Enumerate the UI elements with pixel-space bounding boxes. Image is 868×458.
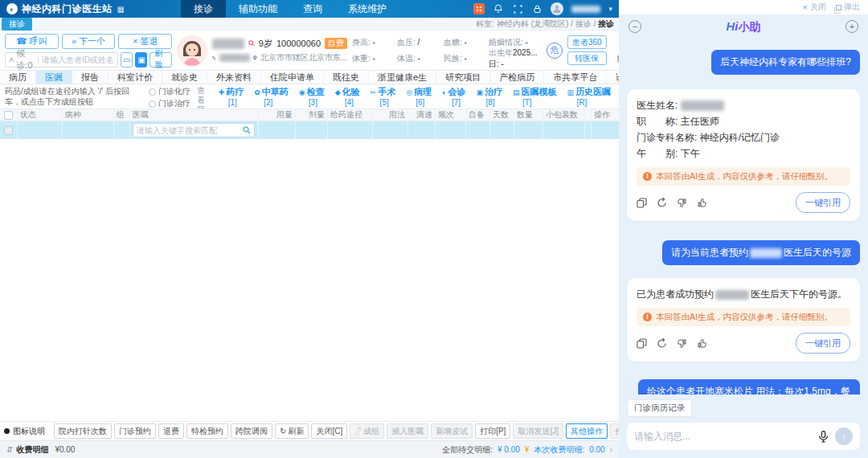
herb-icon: ✿ xyxy=(254,88,260,96)
panel-popout-button[interactable]: 弹出 xyxy=(836,2,860,13)
current-fee-label: 本次收费明细: xyxy=(534,444,584,456)
signout-button[interactable]: ×签退 xyxy=(118,34,172,49)
col-quantity: 数量 xyxy=(514,109,543,121)
tab-visit-history[interactable]: 就诊史 xyxy=(162,71,207,84)
face-scan-button[interactable]: 刷脸 xyxy=(149,52,172,67)
app-title: 神经内科门诊医生站 xyxy=(22,2,113,16)
select-all-checkbox[interactable] xyxy=(4,111,13,120)
group-button[interactable]: 成组 xyxy=(350,423,384,439)
tab-external-data[interactable]: 外来资料 xyxy=(207,71,261,84)
refund-button[interactable]: 退费 xyxy=(158,423,184,439)
order-type-template[interactable]: ▤医嘱模板[T] xyxy=(513,86,557,107)
order-type-consult[interactable]: ◐会诊[7] xyxy=(442,86,465,107)
ai-disclaimer: !本回答由AI生成，内容仅供参考，请仔细甄别。 xyxy=(637,308,850,326)
list-view-icon[interactable]: ▣ xyxy=(135,52,147,67)
next-patient-button[interactable]: »下一个 xyxy=(62,34,116,49)
to-insurance-button[interactable]: 转医保 xyxy=(567,51,607,65)
clinic-record-chip[interactable]: 门诊病历记录 xyxy=(627,399,692,417)
order-type-herbal[interactable]: ✿中草药[2] xyxy=(254,86,289,107)
order-type-pathology[interactable]: ◎病理[6] xyxy=(406,86,432,107)
vital-temp: 体温: - xyxy=(397,53,439,64)
order-type-medication[interactable]: ✚药疗[1] xyxy=(219,86,244,107)
search-icon[interactable] xyxy=(243,126,251,134)
send-button[interactable]: ↑ xyxy=(835,427,853,445)
panel-close-button[interactable]: ×关闭 xyxy=(803,2,826,13)
order-search-input[interactable] xyxy=(137,126,240,135)
patient-address: 北京市市辖区北京市东... xyxy=(260,52,347,63)
search-icon[interactable] xyxy=(248,39,255,47)
copy-icon[interactable] xyxy=(637,198,647,208)
user-avatar[interactable] xyxy=(551,2,563,15)
cancel-send-button[interactable]: 取消发送[J] xyxy=(513,423,563,439)
patient-search-input[interactable] xyxy=(42,55,114,64)
order-type-lab[interactable]: ◆化验[4] xyxy=(335,86,360,107)
link-icon xyxy=(354,427,362,435)
expand-icon[interactable]: + xyxy=(845,20,858,33)
card-view-icon[interactable]: ▭ xyxy=(121,52,133,67)
copy-icon[interactable] xyxy=(637,338,647,349)
menu-item-maintenance[interactable]: 系统维护 xyxy=(335,0,399,18)
chevron-right-icon[interactable]: › xyxy=(610,445,612,454)
bell-icon[interactable] xyxy=(493,3,504,14)
menu-item-reception[interactable]: 接诊 xyxy=(181,0,226,18)
tab-dept-pricing[interactable]: 科室计价 xyxy=(108,71,162,84)
thumb-up-icon[interactable] xyxy=(697,198,707,208)
refresh-icon: ↻ xyxy=(280,427,286,436)
regenerate-icon[interactable] xyxy=(657,198,667,208)
radio-outpatient-treat[interactable]: 门诊治疗 xyxy=(149,98,190,109)
lock-icon[interactable] xyxy=(531,3,542,14)
menu-item-aux[interactable]: 辅助功能 xyxy=(226,0,290,18)
order-type-exam[interactable]: ◉检查[3] xyxy=(299,86,325,107)
fullscreen-icon[interactable] xyxy=(512,3,523,14)
subtab-reception[interactable]: 接诊 xyxy=(2,18,32,31)
tab-orders[interactable]: 医嘱 xyxy=(36,71,72,84)
doctor-name-redacted xyxy=(715,290,749,300)
thumb-down-icon[interactable] xyxy=(677,198,687,208)
clinic-appointment-button[interactable]: 门诊预约 xyxy=(114,423,156,439)
tab-prenatal[interactable]: 产检病历 xyxy=(490,71,544,84)
tab-city-platform[interactable]: 市共享平台 xyxy=(544,71,607,84)
thumb-up-icon[interactable] xyxy=(697,338,707,349)
close-button[interactable]: 关闭[C] xyxy=(311,423,347,439)
skin-test-button[interactable]: 新增皮试 xyxy=(431,423,473,439)
order-type-history[interactable]: ▥历史医嘱[R] xyxy=(567,86,611,107)
tab-medical-record[interactable]: 病历 xyxy=(0,71,36,84)
tab-admission-request[interactable]: 住院申请单 xyxy=(261,71,324,84)
tab-past-history[interactable]: 既往史 xyxy=(324,71,369,84)
special-exam-button[interactable]: 特检预约 xyxy=(186,423,228,439)
quote-button[interactable]: 一键引用 xyxy=(796,192,850,213)
regenerate-icon[interactable] xyxy=(657,338,667,349)
consult-icon: ◐ xyxy=(442,88,446,96)
expand-fee-icon[interactable]: ⇵ xyxy=(6,445,13,454)
tab-zheli-health[interactable]: 浙里健康e生 xyxy=(369,71,436,84)
vital-bp: 血压: / xyxy=(397,37,439,48)
patient360-button[interactable]: 患者360 xyxy=(567,35,607,49)
row-checkbox[interactable] xyxy=(4,126,13,135)
doctor-name-line: 医生姓名: xyxy=(637,97,850,113)
call-button[interactable]: ☎呼叫 xyxy=(5,34,59,49)
refresh-button[interactable]: ↻刷新 xyxy=(275,423,309,439)
app-grid-icon[interactable] xyxy=(473,3,485,14)
quote-button[interactable]: 一键引用 xyxy=(796,333,850,354)
fee-detail-label[interactable]: 收费明细 xyxy=(16,444,48,456)
radio-outpatient-chemo[interactable]: 门诊化疗 xyxy=(149,86,190,97)
other-actions-button[interactable]: 其他操作 xyxy=(566,423,608,439)
app-logo-icon: ◐ xyxy=(6,3,18,14)
menu-item-query[interactable]: 查询 xyxy=(290,0,335,18)
close-icon: × xyxy=(803,2,808,12)
message-input[interactable] xyxy=(634,431,812,442)
tab-research[interactable]: 研究项目 xyxy=(436,71,490,84)
order-type-therapy[interactable]: ▣治疗[8] xyxy=(476,86,502,107)
chevron-down-icon[interactable]: ▾ xyxy=(608,5,612,13)
order-type-surgery[interactable]: ✂手术[5] xyxy=(371,86,396,107)
cross-hospital-button[interactable]: 跨院调阅 xyxy=(231,423,272,439)
tab-reports[interactable]: 报告 xyxy=(72,71,108,84)
icon-legend[interactable]: 图标说明 xyxy=(4,426,45,437)
injection-count-button[interactable]: 院内打针次数 xyxy=(54,423,112,439)
insert-order-button[interactable]: 插入医嘱 xyxy=(387,423,428,439)
print-button[interactable]: 打印[P] xyxy=(475,423,510,439)
thumb-down-icon[interactable] xyxy=(677,338,687,349)
collapse-icon[interactable]: − xyxy=(628,20,641,33)
col-status: 状态 xyxy=(18,109,63,121)
mic-icon[interactable] xyxy=(818,431,829,443)
